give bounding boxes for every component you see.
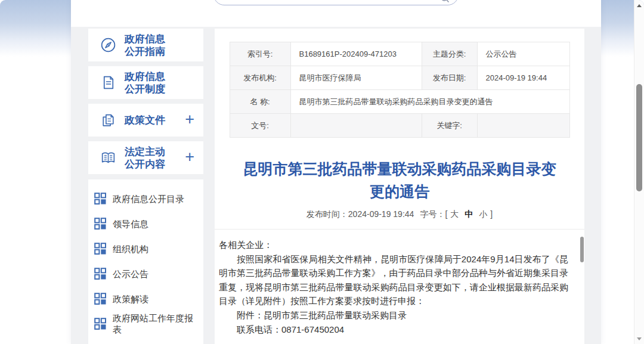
publishing-org-value: 昆明市医疗保障局: [290, 66, 422, 90]
desktop-background: 政府信息公开指南 政府信息公开制度 政策文件 + 法定主动公开内容: [0, 0, 644, 344]
index-number-value: B1689161P-202409-471203: [290, 42, 422, 66]
grid-icon: [93, 191, 107, 206]
body-paragraph: 按照国家和省医保局相关文件精神，昆明市医疗保障局于2024年9月14日发布了《昆…: [219, 252, 568, 308]
topic-category-label: 主题分类:: [422, 42, 477, 66]
document-number-value: [290, 114, 422, 138]
grid-icon: [93, 317, 107, 331]
search-box[interactable]: [213, 0, 459, 5]
browser-scrollbar[interactable]: [634, 0, 644, 344]
body-attachment: 附件：昆明市第三批药品带量联动采购目录: [219, 308, 568, 323]
sidebar-item-annual-report[interactable]: 政府网站工作年度报表: [93, 311, 199, 336]
keyword-value: [477, 114, 569, 138]
grid-icon: [93, 216, 107, 231]
grid-icon: [93, 292, 107, 306]
document-icon: [100, 74, 117, 91]
document-number-label: 文号:: [230, 114, 290, 138]
sidebar-item-gov-info-guide[interactable]: 政府信息公开指南: [88, 29, 203, 61]
sidebar: 政府信息公开指南 政府信息公开制度 政策文件 + 法定主动公开内容: [88, 29, 203, 344]
document-name-value: 昆明市第三批药品带量联动采购药品采购目录变更的通告: [290, 90, 569, 114]
sidebar-item-label: 政府网站工作年度报表: [113, 312, 199, 335]
table-row: 索引号: B1689161P-202409-471203 主题分类: 公示公告: [230, 42, 569, 66]
pages-icon: [100, 111, 117, 129]
page-background: 政府信息公开指南 政府信息公开制度 政策文件 + 法定主动公开内容: [0, 0, 644, 344]
sidebar-item-gov-info-system[interactable]: 政府信息公开制度: [88, 66, 203, 99]
font-size-large-button[interactable]: 大: [450, 209, 459, 219]
article-scrollbar-thumb[interactable]: [580, 237, 584, 262]
scrollbar-thumb[interactable]: [636, 84, 642, 191]
search-icon[interactable]: [440, 0, 450, 3]
sidebar-item-label: 法定主动公开内容: [125, 145, 171, 171]
keyword-label: 关键字:: [422, 114, 477, 138]
publish-date-value: 2024-09-19 19:44: [477, 66, 569, 90]
index-number-label: 索引号:: [230, 42, 290, 66]
sidebar-item-policy-interpretation[interactable]: 政策解读: [93, 286, 199, 311]
publishing-org-label: 发布机构:: [230, 66, 290, 90]
scroll-down-icon[interactable]: [637, 337, 642, 340]
sidebar-item-statutory-disclosure[interactable]: 法定主动公开内容 +: [88, 141, 203, 174]
bracket-open: [: [445, 209, 447, 219]
publish-time-value: 2024-09-19 19:44: [348, 209, 414, 219]
compass-icon: [100, 36, 117, 54]
sidebar-item-label: 组织机构: [113, 243, 148, 255]
sidebar-item-label: 政府信息公开制度: [125, 70, 171, 95]
search-input[interactable]: [224, 0, 432, 2]
grid-icon: [93, 266, 107, 281]
body-phone: 联系电话：0871-67450204: [219, 323, 568, 337]
bracket-close: ]: [490, 209, 493, 219]
article-card: 索引号: B1689161P-202409-471203 主题分类: 公示公告 …: [215, 29, 584, 344]
sidebar-item-organization[interactable]: 组织机构: [93, 236, 199, 261]
scroll-up-icon[interactable]: [637, 4, 642, 7]
article-title: 昆明市第三批药品带量联动采购药品采购目录变更的通告: [241, 157, 558, 203]
book-icon: [100, 149, 117, 166]
font-size-medium-button[interactable]: 中: [465, 209, 473, 219]
table-row: 发布机构: 昆明市医疗保障局 发布日期: 2024-09-19 19:44: [230, 66, 569, 90]
table-row: 名 称: 昆明市第三批药品带量联动采购药品采购目录变更的通告: [230, 90, 569, 114]
article-meta-line: 发布时间：2024-09-19 19:44字号：[大中小]: [215, 209, 584, 220]
article-body: 各相关企业： 按照国家和省医保局相关文件精神，昆明市医疗保障局于2024年9月1…: [215, 230, 584, 336]
font-size-label: 字号：: [420, 209, 445, 219]
topic-category-value: 公示公告: [477, 42, 569, 66]
article-meta-table: 索引号: B1689161P-202409-471203 主题分类: 公示公告 …: [230, 42, 570, 138]
sidebar-item-leadership-info[interactable]: 领导信息: [93, 211, 199, 236]
body-salutation: 各相关企业：: [219, 238, 568, 252]
font-size-small-button[interactable]: 小: [479, 209, 487, 219]
sidebar-item-public-announcements[interactable]: 公示公告: [93, 261, 199, 286]
sidebar-item-label: 公示公告: [113, 268, 148, 280]
expand-plus-icon[interactable]: +: [185, 149, 194, 165]
sidebar-item-policy-files[interactable]: 政策文件 +: [88, 104, 203, 137]
table-row: 文号: 关键字:: [230, 114, 569, 138]
sidebar-item-label: 政策解读: [113, 293, 148, 305]
publish-date-label: 发布日期:: [422, 66, 477, 90]
sidebar-item-label: 政府信息公开指南: [125, 33, 171, 58]
publish-time-label: 发布时间：: [306, 209, 348, 219]
grid-icon: [93, 241, 107, 256]
expand-plus-icon[interactable]: +: [185, 111, 194, 128]
sidebar-item-label: 政府信息公开目录: [113, 193, 184, 204]
sidebar-item-label: 政策文件: [125, 114, 171, 126]
main-container: 政府信息公开指南 政府信息公开制度 政策文件 + 法定主动公开内容: [71, 0, 601, 344]
sidebar-item-label: 领导信息: [113, 218, 148, 230]
document-name-label: 名 称:: [230, 90, 290, 114]
sidebar-item-gov-info-catalog[interactable]: 政府信息公开目录: [93, 186, 199, 211]
sidebar-list: 政府信息公开目录 领导信息 组织机构 公示公告 政策解读: [88, 179, 203, 344]
